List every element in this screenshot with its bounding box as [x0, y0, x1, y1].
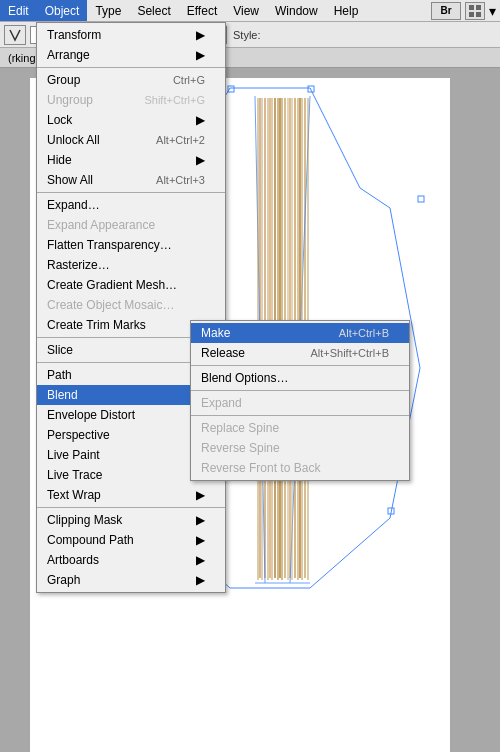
menu-clipping-mask-label: Clipping Mask — [47, 513, 122, 527]
menu-show-all-label: Show All — [47, 173, 93, 187]
menu-text-wrap-label: Text Wrap — [47, 488, 101, 502]
sep-5 — [37, 507, 225, 508]
menu-trim-marks-label: Create Trim Marks — [47, 318, 146, 332]
blend-make-label: Make — [201, 326, 230, 340]
svg-rect-0 — [469, 5, 474, 10]
sep-2 — [37, 192, 225, 193]
graph-arrow: ▶ — [196, 573, 205, 587]
style-label: Style: — [233, 29, 261, 41]
menu-arrange-label: Arrange — [47, 48, 90, 62]
menu-arrange[interactable]: Arrange ▶ — [37, 45, 225, 65]
menu-expand-appearance-label: Expand Appearance — [47, 218, 155, 232]
menu-compound-path[interactable]: Compound Path ▶ — [37, 530, 225, 550]
blend-expand-label: Expand — [201, 396, 242, 410]
artboards-arrow: ▶ — [196, 553, 205, 567]
svg-rect-3 — [476, 12, 481, 17]
menu-expand[interactable]: Expand… — [37, 195, 225, 215]
menu-live-trace-label: Live Trace — [47, 468, 102, 482]
menu-expand-appearance[interactable]: Expand Appearance — [37, 215, 225, 235]
menu-compound-path-label: Compound Path — [47, 533, 134, 547]
blend-options-label: Blend Options… — [201, 371, 288, 385]
menu-slice-label: Slice — [47, 343, 73, 357]
menu-gradient-mesh-label: Create Gradient Mesh… — [47, 278, 177, 292]
menu-clipping-mask[interactable]: Clipping Mask ▶ — [37, 510, 225, 530]
menubar-object[interactable]: Object — [37, 0, 88, 21]
menu-group[interactable]: Group Ctrl+G — [37, 70, 225, 90]
grid-button[interactable] — [465, 2, 485, 20]
menu-ungroup-label: Ungroup — [47, 93, 93, 107]
menubar-type[interactable]: Type — [87, 0, 129, 21]
blend-sep-3 — [191, 415, 409, 416]
blend-replace-spine-label: Replace Spine — [201, 421, 279, 435]
br-button[interactable]: Br — [431, 2, 461, 20]
menu-unlock-all-label: Unlock All — [47, 133, 100, 147]
blend-sep-2 — [191, 390, 409, 391]
blend-expand[interactable]: Expand — [191, 393, 409, 413]
menu-artboards-label: Artboards — [47, 553, 99, 567]
menu-expand-label: Expand… — [47, 198, 100, 212]
menu-ungroup[interactable]: Ungroup Shift+Ctrl+G — [37, 90, 225, 110]
menubar-select[interactable]: Select — [129, 0, 178, 21]
menu-transform[interactable]: Transform ▶ — [37, 25, 225, 45]
menubar-edit[interactable]: Edit — [0, 0, 37, 21]
blend-reverse-front-back-label: Reverse Front to Back — [201, 461, 320, 475]
unlock-shortcut: Alt+Ctrl+2 — [156, 134, 205, 146]
menubar-view[interactable]: View — [225, 0, 267, 21]
menu-gradient-mesh[interactable]: Create Gradient Mesh… — [37, 275, 225, 295]
show-all-shortcut: Alt+Ctrl+3 — [156, 174, 205, 186]
menu-lock-label: Lock — [47, 113, 72, 127]
blend-release-label: Release — [201, 346, 245, 360]
tool-icon[interactable] — [4, 25, 26, 45]
compound-path-arrow: ▶ — [196, 533, 205, 547]
menu-perspective-label: Perspective — [47, 428, 110, 442]
clipping-mask-arrow: ▶ — [196, 513, 205, 527]
blend-release[interactable]: Release Alt+Shift+Ctrl+B — [191, 343, 409, 363]
menu-artboards[interactable]: Artboards ▶ — [37, 550, 225, 570]
blend-reverse-spine-label: Reverse Spine — [201, 441, 280, 455]
arrange-arrow: ▶ — [196, 48, 205, 62]
blend-options[interactable]: Blend Options… — [191, 368, 409, 388]
sep-1 — [37, 67, 225, 68]
menu-path-label: Path — [47, 368, 72, 382]
menu-hide[interactable]: Hide ▶ — [37, 150, 225, 170]
blend-reverse-front-back[interactable]: Reverse Front to Back — [191, 458, 409, 478]
svg-rect-1 — [476, 5, 481, 10]
menu-graph[interactable]: Graph ▶ — [37, 570, 225, 590]
menu-lock[interactable]: Lock ▶ — [37, 110, 225, 130]
menu-unlock-all[interactable]: Unlock All Alt+Ctrl+2 — [37, 130, 225, 150]
blend-make[interactable]: Make Alt+Ctrl+B — [191, 323, 409, 343]
menu-live-paint-label: Live Paint — [47, 448, 100, 462]
blend-release-shortcut: Alt+Shift+Ctrl+B — [310, 347, 389, 359]
blend-make-shortcut: Alt+Ctrl+B — [339, 327, 389, 339]
menubar-effect[interactable]: Effect — [179, 0, 225, 21]
menu-hide-label: Hide — [47, 153, 72, 167]
menu-blend-label: Blend — [47, 388, 78, 402]
lock-arrow: ▶ — [196, 113, 205, 127]
menu-envelope-distort-label: Envelope Distort — [47, 408, 135, 422]
blend-replace-spine[interactable]: Replace Spine — [191, 418, 409, 438]
menu-transform-label: Transform — [47, 28, 101, 42]
svg-rect-2 — [469, 12, 474, 17]
transform-arrow: ▶ — [196, 28, 205, 42]
menubar-help[interactable]: Help — [326, 0, 367, 21]
menu-object-mosaic[interactable]: Create Object Mosaic… — [37, 295, 225, 315]
ungroup-shortcut: Shift+Ctrl+G — [144, 94, 205, 106]
menu-object-mosaic-label: Create Object Mosaic… — [47, 298, 174, 312]
menubar: Edit Object Type Select Effect View Wind… — [0, 0, 500, 22]
menu-rasterize-label: Rasterize… — [47, 258, 110, 272]
menu-show-all[interactable]: Show All Alt+Ctrl+3 — [37, 170, 225, 190]
group-shortcut: Ctrl+G — [173, 74, 205, 86]
hide-arrow: ▶ — [196, 153, 205, 167]
text-wrap-arrow: ▶ — [196, 488, 205, 502]
menu-graph-label: Graph — [47, 573, 80, 587]
blend-sep-1 — [191, 365, 409, 366]
menu-flatten-label: Flatten Transparency… — [47, 238, 172, 252]
blend-reverse-spine[interactable]: Reverse Spine — [191, 438, 409, 458]
menu-flatten[interactable]: Flatten Transparency… — [37, 235, 225, 255]
menu-rasterize[interactable]: Rasterize… — [37, 255, 225, 275]
object-menu: Transform ▶ Arrange ▶ Group Ctrl+G Ungro… — [36, 22, 226, 593]
expand-button[interactable]: ▾ — [489, 3, 496, 19]
blend-submenu: Make Alt+Ctrl+B Release Alt+Shift+Ctrl+B… — [190, 320, 410, 481]
menubar-window[interactable]: Window — [267, 0, 326, 21]
menu-text-wrap[interactable]: Text Wrap ▶ — [37, 485, 225, 505]
